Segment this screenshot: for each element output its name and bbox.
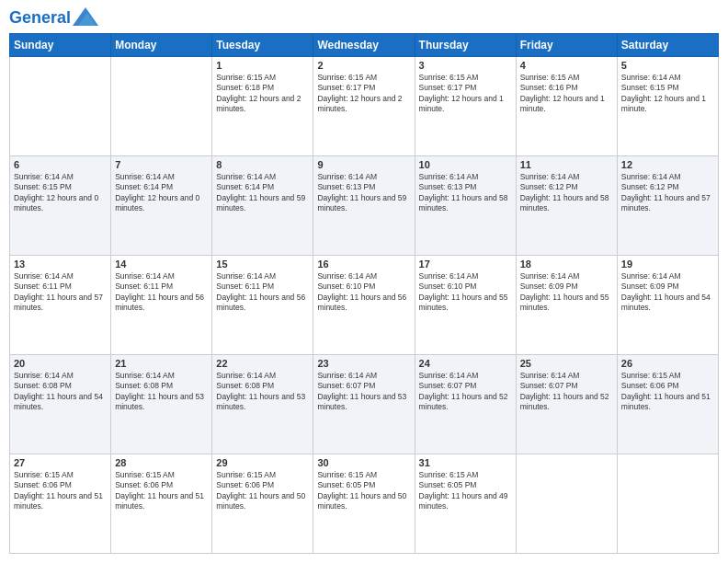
page: General SundayMondayTuesdayWednesdayThur… (0, 0, 728, 563)
calendar-cell: 12Sunrise: 6:14 AMSunset: 6:12 PMDayligh… (617, 156, 718, 256)
logo-icon (73, 7, 98, 28)
day-header-friday: Friday (516, 34, 617, 57)
calendar-cell: 18Sunrise: 6:14 AMSunset: 6:09 PMDayligh… (516, 256, 617, 355)
calendar-cell: 13Sunrise: 6:14 AMSunset: 6:11 PMDayligh… (10, 256, 111, 355)
day-header-saturday: Saturday (617, 34, 718, 57)
cell-text: Sunrise: 6:14 AMSunset: 6:15 PMDaylight:… (621, 73, 706, 113)
day-header-wednesday: Wednesday (313, 34, 415, 57)
day-number: 4 (520, 60, 613, 71)
calendar-table: SundayMondayTuesdayWednesdayThursdayFrid… (9, 33, 719, 554)
day-number: 3 (419, 60, 512, 71)
calendar-cell: 2Sunrise: 6:15 AMSunset: 6:17 PMDaylight… (313, 57, 415, 156)
day-number: 23 (317, 358, 410, 369)
cell-text: Sunrise: 6:14 AMSunset: 6:07 PMDaylight:… (317, 371, 406, 411)
cell-text: Sunrise: 6:14 AMSunset: 6:13 PMDaylight:… (317, 172, 406, 213)
day-number: 25 (520, 358, 613, 369)
day-header-tuesday: Tuesday (212, 34, 313, 57)
calendar-cell: 7Sunrise: 6:14 AMSunset: 6:14 PMDaylight… (111, 156, 212, 256)
cell-text: Sunrise: 6:15 AMSunset: 6:17 PMDaylight:… (317, 73, 402, 113)
cell-text: Sunrise: 6:14 AMSunset: 6:13 PMDaylight:… (419, 172, 508, 213)
cell-text: Sunrise: 6:14 AMSunset: 6:07 PMDaylight:… (419, 371, 508, 411)
calendar-week-3: 13Sunrise: 6:14 AMSunset: 6:11 PMDayligh… (10, 256, 719, 355)
calendar-cell: 21Sunrise: 6:14 AMSunset: 6:08 PMDayligh… (111, 355, 212, 454)
calendar-cell: 16Sunrise: 6:14 AMSunset: 6:10 PMDayligh… (313, 256, 415, 355)
day-header-sunday: Sunday (10, 34, 111, 57)
calendar-cell (516, 454, 617, 554)
day-number: 11 (520, 159, 613, 170)
day-number: 15 (216, 259, 309, 270)
header: General (9, 9, 719, 26)
calendar-cell: 31Sunrise: 6:15 AMSunset: 6:05 PMDayligh… (415, 454, 516, 554)
calendar-cell (111, 57, 212, 156)
calendar-cell (10, 57, 111, 156)
logo: General (9, 9, 98, 26)
calendar-cell: 9Sunrise: 6:14 AMSunset: 6:13 PMDaylight… (313, 156, 415, 256)
calendar-cell: 17Sunrise: 6:14 AMSunset: 6:10 PMDayligh… (415, 256, 516, 355)
calendar-cell: 27Sunrise: 6:15 AMSunset: 6:06 PMDayligh… (10, 454, 111, 554)
cell-text: Sunrise: 6:15 AMSunset: 6:16 PMDaylight:… (520, 73, 605, 113)
cell-text: Sunrise: 6:14 AMSunset: 6:07 PMDaylight:… (520, 371, 609, 411)
cell-text: Sunrise: 6:14 AMSunset: 6:12 PMDaylight:… (621, 172, 711, 213)
calendar-cell: 11Sunrise: 6:14 AMSunset: 6:12 PMDayligh… (516, 156, 617, 256)
day-number: 22 (216, 358, 309, 369)
calendar-cell: 15Sunrise: 6:14 AMSunset: 6:11 PMDayligh… (212, 256, 313, 355)
day-number: 6 (14, 159, 107, 170)
day-number: 10 (419, 159, 512, 170)
cell-text: Sunrise: 6:14 AMSunset: 6:12 PMDaylight:… (520, 172, 609, 213)
calendar-cell: 29Sunrise: 6:15 AMSunset: 6:06 PMDayligh… (212, 454, 313, 554)
calendar-cell: 14Sunrise: 6:14 AMSunset: 6:11 PMDayligh… (111, 256, 212, 355)
cell-text: Sunrise: 6:14 AMSunset: 6:08 PMDaylight:… (216, 371, 305, 411)
day-number: 14 (115, 259, 208, 270)
day-number: 8 (216, 159, 309, 170)
calendar-cell: 19Sunrise: 6:14 AMSunset: 6:09 PMDayligh… (617, 256, 718, 355)
cell-text: Sunrise: 6:14 AMSunset: 6:08 PMDaylight:… (115, 371, 204, 411)
calendar-cell: 20Sunrise: 6:14 AMSunset: 6:08 PMDayligh… (10, 355, 111, 454)
cell-text: Sunrise: 6:15 AMSunset: 6:05 PMDaylight:… (317, 470, 406, 511)
logo-text-general: General (9, 9, 71, 28)
day-number: 13 (14, 259, 107, 270)
day-number: 7 (115, 159, 208, 170)
cell-text: Sunrise: 6:15 AMSunset: 6:06 PMDaylight:… (621, 371, 711, 411)
cell-text: Sunrise: 6:14 AMSunset: 6:15 PMDaylight:… (14, 172, 98, 213)
cell-text: Sunrise: 6:14 AMSunset: 6:11 PMDaylight:… (115, 271, 204, 312)
cell-text: Sunrise: 6:14 AMSunset: 6:08 PMDaylight:… (14, 371, 103, 411)
day-number: 28 (115, 457, 208, 468)
calendar-cell: 1Sunrise: 6:15 AMSunset: 6:18 PMDaylight… (212, 57, 313, 156)
calendar-cell: 4Sunrise: 6:15 AMSunset: 6:16 PMDaylight… (516, 57, 617, 156)
calendar-week-4: 20Sunrise: 6:14 AMSunset: 6:08 PMDayligh… (10, 355, 719, 454)
calendar-cell: 30Sunrise: 6:15 AMSunset: 6:05 PMDayligh… (313, 454, 415, 554)
cell-text: Sunrise: 6:14 AMSunset: 6:09 PMDaylight:… (621, 271, 711, 312)
day-number: 31 (419, 457, 512, 468)
day-header-monday: Monday (111, 34, 212, 57)
cell-text: Sunrise: 6:14 AMSunset: 6:10 PMDaylight:… (419, 271, 508, 312)
day-number: 1 (216, 60, 309, 71)
day-number: 9 (317, 159, 410, 170)
calendar-cell: 10Sunrise: 6:14 AMSunset: 6:13 PMDayligh… (415, 156, 516, 256)
calendar-cell: 28Sunrise: 6:15 AMSunset: 6:06 PMDayligh… (111, 454, 212, 554)
day-number: 21 (115, 358, 208, 369)
calendar-cell: 25Sunrise: 6:14 AMSunset: 6:07 PMDayligh… (516, 355, 617, 454)
day-number: 16 (317, 259, 410, 270)
calendar-week-2: 6Sunrise: 6:14 AMSunset: 6:15 PMDaylight… (10, 156, 719, 256)
day-number: 17 (419, 259, 512, 270)
cell-text: Sunrise: 6:14 AMSunset: 6:14 PMDaylight:… (115, 172, 199, 213)
cell-text: Sunrise: 6:14 AMSunset: 6:10 PMDaylight:… (317, 271, 406, 312)
calendar-cell: 23Sunrise: 6:14 AMSunset: 6:07 PMDayligh… (313, 355, 415, 454)
cell-text: Sunrise: 6:15 AMSunset: 6:05 PMDaylight:… (419, 470, 508, 511)
day-number: 29 (216, 457, 309, 468)
cell-text: Sunrise: 6:15 AMSunset: 6:06 PMDaylight:… (115, 470, 204, 511)
day-number: 27 (14, 457, 107, 468)
calendar-header-row: SundayMondayTuesdayWednesdayThursdayFrid… (10, 34, 719, 57)
day-number: 20 (14, 358, 107, 369)
calendar-cell: 6Sunrise: 6:14 AMSunset: 6:15 PMDaylight… (10, 156, 111, 256)
cell-text: Sunrise: 6:15 AMSunset: 6:06 PMDaylight:… (14, 470, 103, 511)
day-number: 19 (621, 259, 714, 270)
day-number: 2 (317, 60, 410, 71)
cell-text: Sunrise: 6:14 AMSunset: 6:11 PMDaylight:… (216, 271, 305, 312)
cell-text: Sunrise: 6:15 AMSunset: 6:18 PMDaylight:… (216, 73, 301, 113)
cell-text: Sunrise: 6:14 AMSunset: 6:09 PMDaylight:… (520, 271, 609, 312)
day-header-thursday: Thursday (415, 34, 516, 57)
cell-text: Sunrise: 6:14 AMSunset: 6:14 PMDaylight:… (216, 172, 305, 213)
calendar-week-1: 1Sunrise: 6:15 AMSunset: 6:18 PMDaylight… (10, 57, 719, 156)
calendar-cell: 24Sunrise: 6:14 AMSunset: 6:07 PMDayligh… (415, 355, 516, 454)
